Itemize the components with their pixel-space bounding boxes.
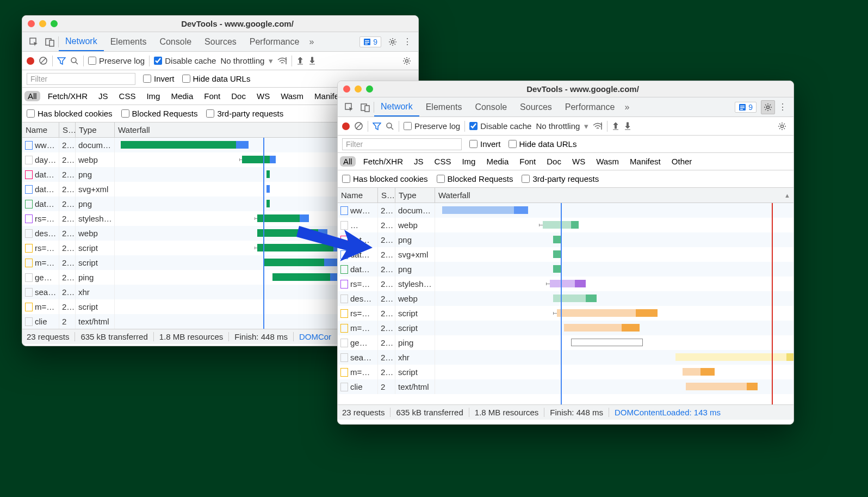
tab-performance[interactable]: Performance [559, 97, 622, 116]
gear-icon[interactable] [400, 54, 414, 68]
type-media[interactable]: Media [168, 91, 196, 101]
tab-network[interactable]: Network [59, 32, 104, 51]
gear-icon[interactable] [775, 119, 789, 133]
throttling-select[interactable]: No throttling [220, 56, 264, 65]
type-ws[interactable]: WS [569, 156, 588, 167]
invert-checkbox[interactable]: Invert [469, 139, 501, 149]
tab-elements[interactable]: Elements [419, 97, 469, 116]
download-icon[interactable] [624, 122, 631, 131]
tab-network[interactable]: Network [374, 97, 419, 116]
type-media[interactable]: Media [483, 156, 512, 167]
col-type[interactable]: Type [395, 188, 435, 203]
blocked-requests-checkbox[interactable]: Blocked Requests [121, 109, 198, 118]
type-fetch-xhr[interactable]: Fetch/XHR [360, 156, 406, 167]
table-row[interactable]: ge…2…ping [338, 335, 793, 350]
col-waterfall[interactable]: Waterfall▲ [435, 188, 793, 203]
device-icon[interactable] [45, 37, 55, 47]
preserve-log-checkbox[interactable]: Preserve log [404, 121, 460, 131]
tab-sources[interactable]: Sources [513, 97, 559, 116]
col-name[interactable]: Name [22, 122, 59, 137]
upload-icon[interactable] [296, 57, 304, 65]
gear-icon[interactable] [761, 100, 775, 114]
maximize-icon[interactable] [366, 85, 373, 93]
wifi-icon[interactable] [593, 122, 603, 130]
minimize-icon[interactable] [39, 20, 46, 27]
blocked-cookies-checkbox[interactable]: Has blocked cookies [27, 109, 113, 118]
preserve-log-checkbox[interactable]: Preserve log [88, 56, 145, 65]
type-all[interactable]: All [24, 91, 40, 101]
type-js[interactable]: JS [95, 91, 111, 101]
thirdparty-checkbox[interactable]: 3rd-party requests [206, 109, 283, 118]
table-row[interactable]: sea…2…xhr [338, 350, 793, 365]
chevron-down-icon[interactable]: ▾ [269, 56, 273, 66]
wifi-icon[interactable] [277, 57, 287, 65]
hide-dataurls-checkbox[interactable]: Hide data URLs [509, 139, 577, 149]
clear-icon[interactable] [354, 121, 363, 131]
invert-checkbox[interactable]: Invert [143, 74, 175, 83]
table-row[interactable]: dat…2…svg+xml [338, 247, 793, 262]
filter-icon[interactable] [373, 122, 381, 131]
type-css[interactable]: CSS [431, 156, 455, 167]
download-icon[interactable] [308, 57, 316, 65]
type-font[interactable]: Font [516, 156, 539, 167]
type-css[interactable]: CSS [116, 91, 139, 101]
col-type[interactable]: Type [76, 122, 115, 137]
disable-cache-checkbox[interactable]: Disable cache [154, 56, 216, 65]
type-ws[interactable]: WS [253, 91, 273, 101]
close-icon[interactable] [28, 20, 35, 27]
table-row[interactable]: rs=…2…stylesh… [338, 277, 793, 291]
tab-console[interactable]: Console [153, 32, 198, 51]
type-doc[interactable]: Doc [543, 156, 565, 167]
tab-console[interactable]: Console [468, 97, 513, 116]
type-manifest[interactable]: Manifest [627, 156, 664, 167]
more-tabs-icon[interactable]: » [309, 37, 314, 47]
type-fetch-xhr[interactable]: Fetch/XHR [45, 91, 91, 101]
type-other[interactable]: Other [668, 156, 696, 167]
throttling-select[interactable]: No throttling [536, 121, 580, 131]
chevron-down-icon[interactable]: ▾ [584, 121, 588, 131]
col-name[interactable]: Name [338, 188, 378, 203]
filter-icon[interactable] [57, 57, 66, 65]
table-row[interactable]: dat…2…png [338, 262, 793, 277]
table-row[interactable]: des…2…webp [338, 291, 793, 306]
type-font[interactable]: Font [201, 91, 224, 101]
filter-input[interactable]: Filter [342, 138, 462, 150]
close-icon[interactable] [343, 85, 350, 93]
kebab-icon[interactable]: ⋮ [403, 36, 412, 47]
minimize-icon[interactable] [355, 85, 362, 93]
type-all[interactable]: All [340, 156, 356, 167]
device-icon[interactable] [361, 102, 370, 112]
type-img[interactable]: Img [458, 156, 479, 167]
search-icon[interactable] [386, 122, 394, 131]
maximize-icon[interactable] [51, 20, 58, 27]
type-doc[interactable]: Doc [228, 91, 249, 101]
inspect-icon[interactable] [29, 37, 39, 47]
tab-elements[interactable]: Elements [104, 32, 153, 51]
table-row[interactable]: dat…2…png [338, 232, 793, 247]
upload-icon[interactable] [612, 122, 619, 131]
disable-cache-checkbox[interactable]: Disable cache [469, 121, 531, 131]
table-row[interactable]: m=…2…script [338, 365, 793, 379]
table-row[interactable]: …2…webp [338, 218, 793, 232]
more-tabs-icon[interactable]: » [624, 102, 629, 112]
issues-badge[interactable]: 9 [735, 102, 757, 113]
inspect-icon[interactable] [344, 102, 354, 112]
issues-badge[interactable]: 9 [359, 36, 381, 47]
search-icon[interactable] [70, 57, 79, 65]
type-img[interactable]: Img [143, 91, 163, 101]
kebab-icon[interactable]: ⋮ [778, 102, 787, 112]
hide-dataurls-checkbox[interactable]: Hide data URLs [182, 74, 251, 83]
table-row[interactable]: clie2text/html [338, 379, 793, 394]
blocked-cookies-checkbox[interactable]: Has blocked cookies [342, 174, 428, 183]
col-status[interactable]: S… [378, 188, 395, 203]
filter-input[interactable]: Filter [27, 73, 135, 85]
tab-performance[interactable]: Performance [243, 32, 306, 51]
table-row[interactable]: m=…2…script [338, 321, 793, 335]
type-wasm[interactable]: Wasm [277, 91, 307, 101]
table-row[interactable]: rs=…2…script [338, 306, 793, 321]
clear-icon[interactable] [39, 56, 48, 65]
tab-sources[interactable]: Sources [198, 32, 243, 51]
col-status[interactable]: S… [59, 122, 76, 137]
record-button[interactable] [342, 122, 350, 130]
blocked-requests-checkbox[interactable]: Blocked Requests [437, 174, 513, 183]
